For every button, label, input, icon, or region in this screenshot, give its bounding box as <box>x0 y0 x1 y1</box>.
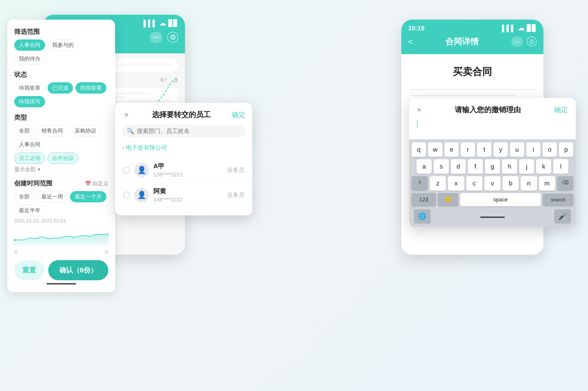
cancel-reason-input-area[interactable] <box>409 120 576 139</box>
tag-all[interactable]: 全部 <box>14 125 34 136</box>
key-o[interactable]: o <box>542 142 557 157</box>
tag-pending-fill[interactable]: 待我填写 <box>14 96 45 107</box>
show-all-btn[interactable]: 显示全部 ▼ <box>14 166 108 173</box>
more-options-icon[interactable]: ··· <box>511 36 523 47</box>
key-f[interactable]: f <box>468 159 483 174</box>
key-e[interactable]: e <box>444 142 459 157</box>
show-all-label: 显示全部 <box>14 166 36 173</box>
cancel-modal-confirm-button[interactable]: 确定 <box>554 105 568 115</box>
employee-search-input[interactable] <box>137 128 241 134</box>
cancel-modal-close-button[interactable]: × <box>417 105 422 114</box>
key-s[interactable]: s <box>434 159 449 174</box>
radio-button-1[interactable] <box>123 167 130 174</box>
key-globe[interactable]: 🌐 <box>414 209 430 223</box>
contract-doc-title: 买卖合同 <box>410 65 535 78</box>
modal-close-button[interactable]: × <box>122 110 131 119</box>
key-h[interactable]: h <box>502 159 517 174</box>
employee-item-2[interactable]: 👤 阿黄 138****2222 业务员 <box>122 183 245 207</box>
key-search[interactable]: search <box>543 194 573 206</box>
key-p[interactable]: p <box>559 142 573 157</box>
back-icon: ‹ <box>122 144 124 151</box>
company-nav[interactable]: ‹ 电子签有限公司 <box>122 142 245 154</box>
employee-search-box[interactable]: 🔍 <box>122 125 245 137</box>
status-icons: ▌▌▌☁▊▊ <box>144 20 178 27</box>
key-m[interactable]: m <box>539 176 555 191</box>
tag-sales[interactable]: 销售合同 <box>37 125 68 136</box>
confirm-button[interactable]: 确认（8份） <box>48 260 108 280</box>
key-v[interactable]: v <box>484 176 500 191</box>
tag-date-all[interactable]: 全部 <box>14 191 34 202</box>
key-mic[interactable]: 🎤 <box>554 209 571 223</box>
tag-purchase[interactable]: 采购协议 <box>70 125 101 136</box>
tag-personnel[interactable]: 人事合同 <box>14 139 45 150</box>
key-q[interactable]: q <box>412 142 426 157</box>
key-shift[interactable]: ⇧ <box>412 176 428 191</box>
key-y[interactable]: y <box>493 142 508 157</box>
filter-type-tags: 全部 销售合同 采购协议 人事合同 <box>14 125 108 150</box>
record-icon[interactable]: ⊙ <box>527 36 537 46</box>
reset-button[interactable]: 重置 <box>14 260 44 280</box>
filter-date-section: 创建时间范围 📅 自定义 全部 最近一周 最近一个月 最近半年 2021.01.… <box>14 179 108 254</box>
key-k[interactable]: k <box>536 159 551 174</box>
tag-my-todo[interactable]: 我的待办 <box>14 53 45 64</box>
key-d[interactable]: d <box>451 159 466 174</box>
calendar-icon: 📅 <box>85 181 91 187</box>
chevron-down-icon: ▼ <box>37 167 41 172</box>
filter-icon[interactable]: ⊿ <box>173 76 178 84</box>
tag-pending-stamp[interactable]: 待我签章 <box>14 82 45 94</box>
key-w[interactable]: w <box>428 142 442 157</box>
target-icon[interactable]: ⊙ <box>167 32 178 43</box>
keyboard: q w e r t y u i o p a s d f g h j k l ⇧ … <box>409 139 576 227</box>
keyboard-row-4: 123 😊 space search <box>412 193 573 206</box>
radio-button-2[interactable] <box>123 192 130 198</box>
tag-cooperation[interactable]: 合作协议 <box>48 153 78 164</box>
filter-range-label: 筛选范围 <box>14 27 108 36</box>
key-n[interactable]: n <box>521 176 537 191</box>
avatar-1: 👤 <box>134 163 149 177</box>
tag-completed[interactable]: 已完成 <box>48 82 73 94</box>
date-tags: 全部 最近一周 最近一个月 最近半年 <box>14 191 108 216</box>
back-button[interactable]: < <box>408 37 413 46</box>
key-space[interactable]: space <box>460 193 541 206</box>
key-t[interactable]: t <box>477 142 491 157</box>
key-r[interactable]: r <box>461 142 475 157</box>
key-i[interactable]: i <box>526 142 541 157</box>
modal-confirm-button[interactable]: 确定 <box>232 110 245 119</box>
key-l[interactable]: l <box>553 159 568 174</box>
tag-participated[interactable]: 我参与的 <box>48 39 78 51</box>
search-icon: 🔍 <box>127 128 134 134</box>
chart-axis: |||||| <box>14 249 108 254</box>
custom-date-btn[interactable]: 📅 自定义 <box>85 180 108 187</box>
text-cursor <box>417 120 417 128</box>
key-b[interactable]: b <box>502 176 519 191</box>
home-indicator <box>47 283 76 285</box>
tag-hr-contract[interactable]: 人事合同 <box>14 39 45 51</box>
more-icon[interactable]: ··· <box>149 32 162 43</box>
employee-item-1[interactable]: 👤 A甲 138****2222 业务员 <box>122 158 245 183</box>
sort-icon[interactable]: ≡↑ <box>160 76 168 84</box>
key-u[interactable]: u <box>510 142 524 157</box>
key-c[interactable]: c <box>466 176 483 191</box>
tag-date-month[interactable]: 最近一个月 <box>70 191 106 202</box>
contract-nav-icons: ··· ⊙ <box>511 36 537 47</box>
contract-line-2 <box>410 95 516 96</box>
emp-role-2: 业务员 <box>227 191 245 199</box>
tag-date-half-year[interactable]: 最近半年 <box>14 205 45 216</box>
tag-date-week[interactable]: 最近一周 <box>37 191 68 202</box>
contract-title-label: 合同详情 <box>445 36 479 47</box>
key-z[interactable]: z <box>430 176 446 191</box>
tag-employee-cert[interactable]: 员工证明 <box>14 153 45 164</box>
key-j[interactable]: j <box>519 159 534 174</box>
avatar-2: 👤 <box>134 188 149 202</box>
filter-card: 筛选范围 人事合同 我参与的 我的待办 状态 待我签章 已完成 待我签署 待我填… <box>7 20 115 292</box>
key-backspace[interactable]: ⌫ <box>557 176 573 191</box>
emp-name-2: 阿黄 <box>153 187 222 196</box>
key-123[interactable]: 123 <box>412 193 436 206</box>
keyboard-extras-row: 🌐 🎤 <box>412 207 573 224</box>
modal-title: 选择要转交的员工 <box>152 110 211 120</box>
key-g[interactable]: g <box>485 159 500 174</box>
tag-pending-sign[interactable]: 待我签署 <box>76 82 106 94</box>
key-a[interactable]: a <box>416 159 432 174</box>
key-x[interactable]: x <box>448 176 464 191</box>
key-emoji[interactable]: 😊 <box>438 193 458 206</box>
